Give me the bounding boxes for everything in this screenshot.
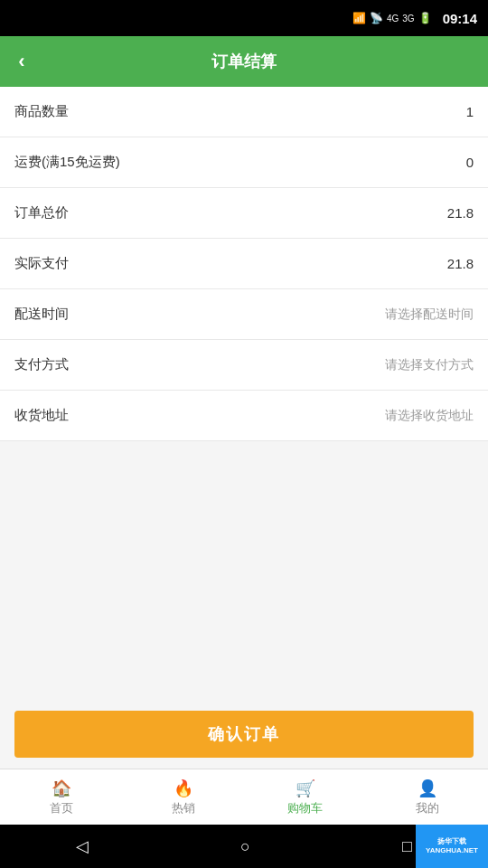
status-bar: 📶 📡 4G 3G 🔋 09:14 xyxy=(0,0,488,36)
brand-logo: 扬华下载 YANGHUA.NET xyxy=(416,825,488,868)
shipping-label: 运费(满15免运费) xyxy=(14,154,120,171)
brand-logo-line2: YANGHUA.NET xyxy=(426,846,478,855)
3g-icon: 3G xyxy=(402,14,414,24)
delivery-time-label: 配送时间 xyxy=(14,306,69,323)
total-value: 21.8 xyxy=(447,205,474,221)
page-title: 订单结算 xyxy=(211,51,277,72)
wifi-icon: 📡 xyxy=(370,12,383,24)
tab-home[interactable]: 🏠 首页 xyxy=(0,769,122,825)
back-arrow-icon: ‹ xyxy=(18,50,24,73)
row-total: 订单总价 21.8 xyxy=(0,188,488,239)
row-quantity: 商品数量 1 xyxy=(0,87,488,137)
sys-recent-button[interactable]: □ xyxy=(402,837,412,856)
status-icons: 📶 📡 4G 3G 🔋 xyxy=(352,12,432,24)
4g-icon: 4G xyxy=(387,14,399,24)
actual-payment-label: 实际支付 xyxy=(14,255,69,272)
brand-logo-line1: 扬华下载 xyxy=(437,837,466,846)
actual-payment-value: 21.8 xyxy=(447,256,474,271)
shipping-value: 0 xyxy=(466,155,474,170)
row-delivery-time[interactable]: 配送时间 请选择配送时间 xyxy=(0,289,488,340)
tab-hot[interactable]: 🔥 热销 xyxy=(122,769,244,825)
sys-back-button[interactable]: ◁ xyxy=(76,836,89,856)
payment-method-label: 支付方式 xyxy=(14,356,69,373)
order-summary: 商品数量 1 运费(满15免运费) 0 订单总价 21.8 实际支付 21.8 … xyxy=(0,87,488,441)
row-payment-method[interactable]: 支付方式 请选择支付方式 xyxy=(0,340,488,391)
sys-home-button[interactable]: ○ xyxy=(240,837,250,856)
mine-icon: 👤 xyxy=(418,778,437,798)
row-actual-payment: 实际支付 21.8 xyxy=(0,239,488,289)
tab-bar: 🏠 首页 🔥 热销 🛒 购物车 👤 我的 xyxy=(0,769,488,825)
back-button[interactable]: ‹ xyxy=(0,36,43,87)
tab-mine-label: 我的 xyxy=(416,800,439,816)
confirm-btn-wrap: 确认订单 xyxy=(0,700,488,769)
payment-method-hint: 请选择支付方式 xyxy=(385,357,474,373)
battery-icon: 🔋 xyxy=(418,12,432,24)
cart-icon: 🛒 xyxy=(296,778,315,798)
tab-cart[interactable]: 🛒 购物车 xyxy=(244,769,366,825)
delivery-time-hint: 请选择配送时间 xyxy=(385,307,474,323)
quantity-value: 1 xyxy=(466,104,474,119)
shipping-address-hint: 请选择收货地址 xyxy=(385,408,474,424)
row-shipping-address[interactable]: 收货地址 请选择收货地址 xyxy=(0,391,488,441)
tab-mine[interactable]: 👤 我的 xyxy=(366,769,488,825)
status-time: 09:14 xyxy=(443,11,477,26)
confirm-order-button[interactable]: 确认订单 xyxy=(14,711,474,758)
tab-home-label: 首页 xyxy=(50,800,73,816)
quantity-label: 商品数量 xyxy=(14,103,69,120)
system-nav-bar: ◁ ○ □ 扬华下载 YANGHUA.NET xyxy=(0,825,488,868)
signal-icon: 📶 xyxy=(352,12,366,24)
tab-cart-label: 购物车 xyxy=(287,800,323,816)
row-shipping: 运费(满15免运费) 0 xyxy=(0,137,488,188)
hot-icon: 🔥 xyxy=(174,778,193,798)
shipping-address-label: 收货地址 xyxy=(14,407,69,424)
tab-hot-label: 热销 xyxy=(172,800,195,816)
total-label: 订单总价 xyxy=(14,204,69,222)
nav-bar: ‹ 订单结算 xyxy=(0,36,488,87)
home-icon: 🏠 xyxy=(52,778,71,798)
